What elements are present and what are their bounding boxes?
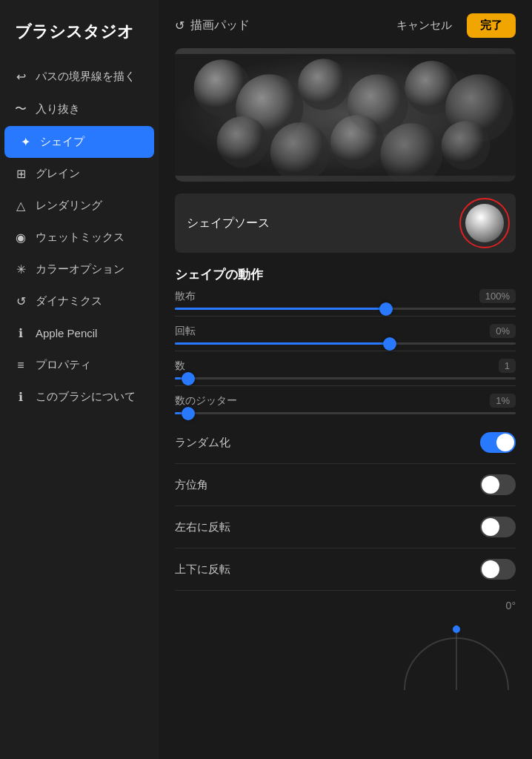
toggle-row-randomize: ランダム化 — [175, 422, 516, 464]
sidebar-item-path-border[interactable]: ↩ パスの境界線を描く — [0, 61, 159, 93]
header: ↺ 描画パッド キャンセル 完了 — [159, 0, 532, 48]
slider-row-count: 数 1 — [175, 359, 516, 386]
shape-source-row[interactable]: シェイプソース — [175, 193, 516, 253]
wet-mix-icon: ◉ — [13, 231, 28, 245]
sidebar-item-label: プロパティ — [36, 358, 91, 372]
sidebar-item-label: レンダリング — [36, 199, 102, 213]
sidebar-item-label: このブラシについて — [36, 390, 136, 404]
slider-fill-count-jitter — [175, 412, 182, 414]
sidebar-item-properties[interactable]: ≡ プロパティ — [0, 349, 159, 381]
shape-behavior-header: シェイプの動作 — [159, 253, 532, 289]
angle-semicircle-svg — [397, 617, 516, 692]
header-left: ↺ 描画パッド — [175, 18, 250, 33]
slider-group: 散布 100% 回転 0% 数 1 — [159, 289, 532, 422]
slider-top: 散布 100% — [175, 289, 516, 303]
slider-value-rotation: 0% — [490, 324, 516, 338]
slider-thumb-count[interactable] — [182, 372, 195, 385]
toggle-group: ランダム化 方位角 左右に反転 上下に反転 — [159, 422, 532, 591]
toggle-knob — [482, 560, 499, 578]
sidebar-item-label: グレイン — [36, 167, 80, 181]
sidebar-item-rendering[interactable]: △ レンダリング — [0, 190, 159, 222]
slider-divider — [175, 316, 516, 316]
toggle-label-azimuth: 方位角 — [175, 478, 208, 492]
sidebar-item-apple-pencil[interactable]: ℹ Apple Pencil — [0, 317, 159, 349]
toggle-row-azimuth: 方位角 — [175, 464, 516, 506]
toggle-flip-h[interactable] — [480, 517, 516, 537]
slider-top: 数 1 — [175, 359, 516, 373]
color-options-icon: ✳ — [13, 262, 28, 276]
slider-track-count[interactable] — [175, 377, 516, 380]
preview-area — [175, 48, 516, 182]
path-border-icon: ↩ — [13, 70, 28, 84]
slider-divider — [175, 351, 516, 351]
slider-value-count: 1 — [499, 359, 516, 373]
sidebar-item-shape[interactable]: ✦ シェイプ — [4, 126, 154, 158]
angle-value: 0° — [506, 600, 516, 611]
toggle-label-flip-v: 上下に反転 — [175, 563, 230, 577]
draw-pad-label: 描画パッド — [190, 18, 250, 33]
cancel-button[interactable]: キャンセル — [389, 14, 459, 37]
sidebar-item-dynamics[interactable]: ↺ ダイナミクス — [0, 285, 159, 317]
sidebar-item-label: カラーオプション — [36, 262, 124, 276]
toggle-row-flip-v: 上下に反転 — [175, 548, 516, 591]
sidebar-item-label: Apple Pencil — [36, 327, 97, 339]
sidebar-item-grain[interactable]: ⊞ グレイン — [0, 158, 159, 190]
shape-source-label: シェイプソース — [187, 216, 270, 231]
done-button[interactable]: 完了 — [467, 13, 516, 38]
slider-value-scatter: 100% — [479, 289, 516, 303]
properties-icon: ≡ — [13, 359, 28, 372]
toggle-knob — [496, 434, 514, 451]
toggle-knob — [482, 476, 499, 494]
draw-pad-icon: ↺ — [175, 19, 184, 33]
slider-row-rotation: 回転 0% — [175, 324, 516, 351]
slider-thumb-scatter[interactable] — [379, 302, 393, 316]
preview-canvas — [175, 48, 516, 182]
toggle-row-flip-h: 左右に反転 — [175, 506, 516, 548]
toggle-azimuth[interactable] — [480, 474, 516, 495]
sidebar-item-label: ダイナミクス — [36, 294, 102, 308]
toggle-randomize[interactable] — [480, 432, 516, 453]
angle-circle-container[interactable] — [397, 617, 516, 692]
toggle-flip-v[interactable] — [480, 559, 516, 580]
shape-source-circle-indicator — [459, 198, 510, 248]
slider-top: 数のジッター 1% — [175, 394, 516, 408]
sidebar-item-label: 入り抜き — [36, 102, 80, 116]
app-title: ブラシスタジオ — [0, 0, 159, 61]
sidebar-item-label: シェイプ — [40, 135, 84, 149]
main-panel: ↺ 描画パッド キャンセル 完了 — [159, 0, 532, 759]
slider-divider — [175, 385, 516, 386]
slider-label-count: 数 — [175, 359, 185, 373]
slider-label-scatter: 散布 — [175, 290, 196, 303]
svg-rect-12 — [175, 54, 516, 176]
slider-fill-count — [175, 377, 182, 380]
sidebar: ブラシスタジオ ↩ パスの境界線を描く 〜 入り抜き ✦ シェイプ ⊞ グレイン… — [0, 0, 159, 759]
header-buttons: キャンセル 完了 — [389, 13, 516, 38]
toggle-label-flip-h: 左右に反転 — [175, 520, 230, 534]
slider-thumb-count-jitter[interactable] — [182, 407, 195, 420]
sidebar-item-taper[interactable]: 〜 入り抜き — [0, 93, 159, 126]
slider-track-count-jitter[interactable] — [175, 412, 516, 414]
sidebar-item-wet-mix[interactable]: ◉ ウェットミックス — [0, 222, 159, 253]
toggle-knob — [482, 518, 499, 536]
slider-top: 回転 0% — [175, 324, 516, 338]
rendering-icon: △ — [13, 199, 28, 213]
slider-fill-scatter — [175, 308, 386, 310]
taper-icon: 〜 — [13, 102, 28, 117]
slider-label-rotation: 回転 — [175, 325, 196, 338]
shape-icon: ✦ — [18, 135, 33, 149]
shape-source-thumb-wrapper — [465, 204, 504, 242]
sidebar-item-label: ウェットミックス — [36, 231, 124, 245]
slider-track-scatter[interactable] — [175, 308, 516, 310]
svg-point-14 — [453, 626, 460, 633]
grain-icon: ⊞ — [13, 167, 28, 181]
slider-track-rotation[interactable] — [175, 342, 516, 345]
toggle-label-randomize: ランダム化 — [175, 436, 230, 450]
sidebar-item-label: パスの境界線を描く — [36, 70, 136, 84]
slider-label-count-jitter: 数のジッター — [175, 394, 237, 408]
about-brush-icon: ℹ — [13, 390, 28, 404]
apple-pencil-icon: ℹ — [13, 326, 28, 340]
slider-thumb-rotation[interactable] — [383, 337, 396, 351]
sidebar-item-color-options[interactable]: ✳ カラーオプション — [0, 253, 159, 285]
slider-row-scatter: 散布 100% — [175, 289, 516, 316]
sidebar-item-about-brush[interactable]: ℹ このブラシについて — [0, 381, 159, 413]
